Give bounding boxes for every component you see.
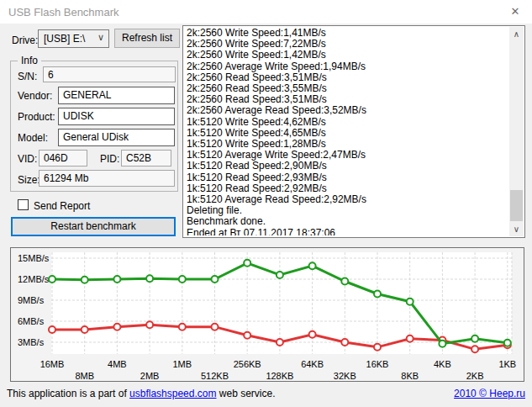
model-label: Model: <box>18 132 48 144</box>
svg-text:4MB: 4MB <box>108 359 127 369</box>
svg-text:2KB: 2KB <box>466 371 484 381</box>
footer-text-part1: This application is a part of <box>7 388 129 399</box>
sn-label: S/N: <box>18 71 37 82</box>
size-label: Size: <box>18 174 40 186</box>
window-title: USB Flash Benchmark <box>8 6 119 18</box>
scroll-up-icon[interactable]: ∧ <box>509 27 524 41</box>
send-report-label: Send Report <box>34 200 90 212</box>
svg-text:16MB: 16MB <box>40 359 65 369</box>
footer-text-part2: web service. <box>216 388 275 399</box>
vid-label: VID: <box>18 153 37 165</box>
vid-field: 046D <box>39 150 87 166</box>
svg-text:3MB/s: 3MB/s <box>18 337 45 347</box>
model-field[interactable]: General UDisk <box>58 129 175 146</box>
vendor-label: Vendor: <box>18 90 52 102</box>
svg-text:512KB: 512KB <box>201 371 229 381</box>
copyright-link[interactable]: 2010 © Heep.ru <box>454 388 525 399</box>
drive-select-value: [USB] E:\ <box>44 33 85 45</box>
svg-text:4KB: 4KB <box>434 359 451 369</box>
info-group-title: Info <box>18 55 41 66</box>
product-field[interactable]: UDISK <box>58 108 175 125</box>
svg-text:6MB/s: 6MB/s <box>18 316 45 326</box>
svg-text:8KB: 8KB <box>401 371 419 381</box>
svg-text:256KB: 256KB <box>234 359 261 369</box>
svg-text:1KB: 1KB <box>498 359 516 369</box>
speed-chart-panel: 15MB/s12MB/s9MB/s6MB/s3MB/s16MB8MB4MB2MB… <box>10 247 524 382</box>
size-field: 61294 Mb <box>39 170 175 187</box>
svg-text:32KB: 32KB <box>334 371 356 381</box>
benchmark-log[interactable]: 2k:2560 Write Speed:1,41MB/s 2k:2560 Wri… <box>182 25 525 238</box>
svg-text:8MB: 8MB <box>75 371 94 381</box>
svg-text:128KB: 128KB <box>266 371 293 381</box>
svg-text:64KB: 64KB <box>301 359 324 369</box>
svg-text:9MB/s: 9MB/s <box>18 295 45 305</box>
log-scrollbar[interactable]: ∧ ∨ <box>509 27 524 236</box>
status-bar: This application is a part of usbflashsp… <box>0 383 532 407</box>
scroll-down-icon[interactable]: ∨ <box>509 222 524 236</box>
product-label: Product: <box>18 111 55 123</box>
title-bar: USB Flash Benchmark ✕ <box>0 0 532 24</box>
scrollbar-thumb[interactable] <box>510 190 523 221</box>
footer-text: This application is a part of usbflashsp… <box>7 388 276 399</box>
pid-label: PID: <box>100 153 119 165</box>
restart-benchmark-button[interactable]: Restart benchmark <box>11 217 176 236</box>
close-icon[interactable]: ✕ <box>503 3 528 21</box>
info-group: Info S/N: 6 Vendor: GENERAL Product: UDI… <box>10 61 178 192</box>
svg-text:16KB: 16KB <box>366 359 389 369</box>
benchmark-log-text: 2k:2560 Write Speed:1,41MB/s 2k:2560 Wri… <box>187 28 508 235</box>
usbflashspeed-link[interactable]: usbflashspeed.com <box>129 388 216 399</box>
pid-field: C52B <box>121 150 171 166</box>
sn-field: 6 <box>43 66 176 82</box>
app-window: USB Flash Benchmark ✕ Drive: [USB] E:\ ∨… <box>0 0 532 407</box>
chevron-down-icon: ∨ <box>97 32 104 43</box>
svg-text:12MB/s: 12MB/s <box>18 274 50 284</box>
send-report-checkbox[interactable] <box>18 199 29 210</box>
drive-label: Drive: <box>12 34 38 46</box>
svg-text:15MB/s: 15MB/s <box>18 253 50 263</box>
drive-select[interactable]: [USB] E:\ ∨ <box>38 29 109 48</box>
refresh-list-button[interactable]: Refresh list <box>114 29 180 48</box>
svg-text:2MB: 2MB <box>140 371 160 381</box>
benchmark-chart: 15MB/s12MB/s9MB/s6MB/s3MB/s16MB8MB4MB2MB… <box>11 248 524 381</box>
vendor-field[interactable]: GENERAL <box>58 87 175 104</box>
svg-text:1MB: 1MB <box>172 359 192 369</box>
